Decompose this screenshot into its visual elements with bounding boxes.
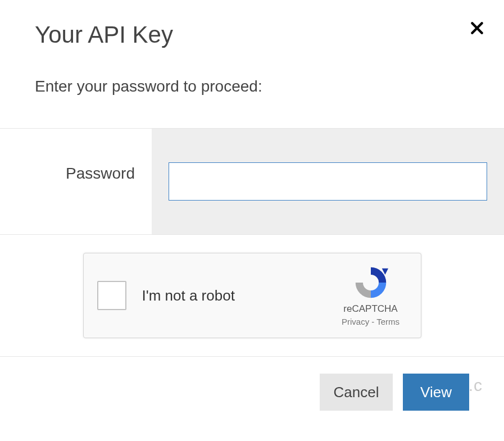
password-label: Password [66, 165, 135, 183]
password-input-col [152, 129, 504, 234]
modal-footer: oucl.c Cancel View [0, 357, 504, 411]
password-label-col: Password [0, 129, 152, 234]
recaptcha-brand-name: reCAPTCHA [343, 303, 397, 315]
recaptcha-links-sep: - [369, 317, 376, 326]
recaptcha-icon [353, 265, 388, 300]
password-row: Password [0, 128, 504, 235]
close-button[interactable] [467, 18, 487, 38]
api-key-modal: Your API Key Enter your password to proc… [0, 0, 504, 441]
recaptcha-brand: reCAPTCHA Privacy - Terms [334, 265, 407, 326]
recaptcha-links: Privacy - Terms [342, 317, 399, 326]
modal-title: Your API Key [35, 21, 469, 48]
recaptcha-privacy-link[interactable]: Privacy [342, 317, 369, 326]
captcha-area: I'm not a robot reCAPTCHA Privacy - Term… [0, 235, 504, 357]
recaptcha-label: I'm not a robot [142, 287, 334, 304]
recaptcha-terms-link[interactable]: Terms [376, 317, 399, 326]
recaptcha-checkbox[interactable] [97, 281, 126, 310]
modal-header: Your API Key Enter your password to proc… [0, 0, 504, 96]
cancel-button[interactable]: Cancel [320, 374, 393, 411]
close-icon [470, 21, 484, 35]
recaptcha-widget: I'm not a robot reCAPTCHA Privacy - Term… [83, 253, 421, 338]
view-button[interactable]: View [403, 374, 469, 411]
password-input[interactable] [169, 162, 487, 201]
modal-subtitle: Enter your password to proceed: [35, 78, 469, 96]
